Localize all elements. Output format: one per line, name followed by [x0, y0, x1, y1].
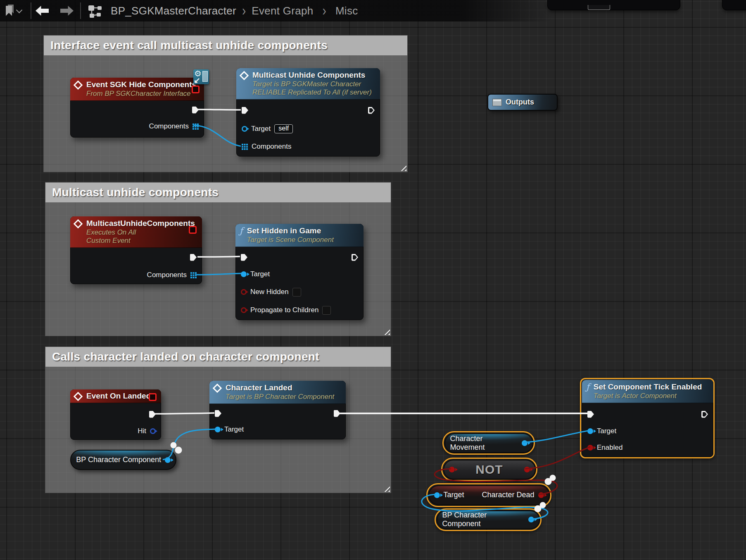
node-get-character-movement[interactable]: Character Movement	[444, 433, 533, 453]
output-pin[interactable]	[528, 517, 534, 522]
target-pin-row[interactable]: Target	[587, 427, 616, 436]
node-multicast-unhide-components-call[interactable]: Multicast Unhide Components Target is BP…	[236, 68, 380, 157]
components-array-pin[interactable]	[190, 272, 197, 278]
pin-label: Target	[597, 427, 616, 435]
node-get-bp-character-component-2[interactable]: BP Character Component	[437, 510, 540, 529]
node-get-bp-character-component[interactable]: BP Character Component	[70, 450, 176, 470]
breadcrumb-misc[interactable]: Misc	[335, 5, 358, 17]
components-array-pin[interactable]	[192, 123, 199, 130]
input-pin[interactable]	[449, 467, 455, 472]
new-hidden-pin-row[interactable]: New Hidden	[241, 287, 301, 297]
comment-title-bar[interactable]: Multicast unhide components	[45, 183, 391, 202]
target-pin[interactable]	[241, 271, 247, 277]
node-header[interactable]: Character Landed Target is BP Character …	[209, 381, 346, 404]
exec-in-pin[interactable]	[241, 254, 247, 261]
selected-node-wrapper[interactable]: Target Character Dead	[426, 483, 551, 507]
target-pin-row[interactable]: Target self	[242, 124, 293, 133]
output-pin[interactable]	[538, 492, 544, 498]
comment-title: Multicast unhide components	[52, 186, 219, 199]
exec-out-pin[interactable]	[334, 410, 340, 417]
exec-out-pin-row[interactable]	[192, 105, 199, 114]
propagate-pin-row[interactable]: Propagate to Children	[241, 306, 331, 315]
new-hidden-pin[interactable]	[241, 289, 247, 295]
exec-out-pin[interactable]	[190, 254, 197, 261]
exec-out-pin[interactable]	[368, 107, 375, 114]
comment-resize-handle[interactable]	[383, 329, 390, 335]
node-multicast-unhide-components-event[interactable]: MulticastUnhideComponents Executes On Al…	[70, 216, 202, 284]
exec-out-pin[interactable]	[149, 411, 156, 418]
exec-out-pin[interactable]	[701, 411, 708, 418]
components-out-pin-row[interactable]: Components	[149, 122, 199, 131]
selected-node-wrapper[interactable]: BP Character Component	[435, 508, 542, 531]
hit-pin[interactable]	[150, 428, 156, 434]
pin-label: Propagate to Children	[250, 306, 318, 314]
target-pin[interactable]	[242, 126, 247, 132]
propagate-checkbox[interactable]	[322, 306, 331, 315]
enabled-pin[interactable]	[587, 445, 593, 451]
exec-in-pin[interactable]	[215, 410, 221, 417]
back-button[interactable]	[36, 0, 49, 21]
node-character-dead[interactable]: Target Character Dead	[428, 485, 550, 505]
node-header[interactable]: Event On Landed	[70, 389, 161, 403]
enabled-pin-row[interactable]: Enabled	[587, 443, 622, 452]
bookmarks-button[interactable]	[6, 0, 21, 21]
output-pin[interactable]	[165, 457, 171, 463]
exec-in-pin[interactable]	[587, 411, 594, 418]
breadcrumb-separator-icon: ›	[314, 2, 335, 19]
new-hidden-checkbox[interactable]	[292, 288, 301, 297]
target-pin[interactable]	[215, 427, 221, 432]
target-pin[interactable]	[587, 428, 593, 434]
target-pin[interactable]	[434, 492, 440, 498]
variable-label: BP Character Component	[76, 456, 161, 464]
exec-in-pin-row[interactable]	[241, 253, 247, 262]
target-pin-row[interactable]: Target	[215, 425, 244, 434]
node-set-component-tick-enabled[interactable]: ƒ Set Component Tick Enabled Target is A…	[582, 380, 713, 457]
exec-out-pin-row[interactable]	[701, 410, 708, 419]
exec-out-pin-row[interactable]	[149, 410, 156, 419]
exec-in-pin-row[interactable]	[215, 409, 221, 418]
node-character-landed[interactable]: Character Landed Target is BP Character …	[209, 381, 346, 439]
exec-in-pin-row[interactable]	[587, 410, 594, 419]
output-pin[interactable]	[522, 440, 527, 446]
hit-pin-row[interactable]: Hit	[138, 427, 156, 436]
node-title: Set Hidden in Game	[247, 226, 334, 236]
selected-node-wrapper[interactable]: ƒ Set Component Tick Enabled Target is A…	[580, 378, 715, 458]
propagate-pin[interactable]	[241, 307, 247, 313]
node-outputs-collapsed[interactable]: Outputs	[487, 94, 558, 111]
node-header[interactable]: Multicast Unhide Components Target is BP…	[236, 68, 380, 100]
comment-resize-handle[interactable]	[399, 165, 406, 171]
event-diamond-icon	[74, 81, 83, 90]
comment-resize-handle[interactable]	[383, 486, 390, 492]
node-header[interactable]: MulticastUnhideComponents Executes On Al…	[70, 216, 202, 248]
output-pin[interactable]	[524, 467, 530, 472]
node-header[interactable]: ƒ Set Component Tick Enabled Target is A…	[582, 380, 713, 403]
breadcrumb-blueprint[interactable]: BP_SGKMasterCharacter	[111, 5, 236, 17]
target-pin-row[interactable]: Target	[241, 270, 270, 279]
node-event-on-landed[interactable]: Event On Landed Hit	[70, 389, 161, 440]
breadcrumb-event-graph[interactable]: Event Graph	[252, 5, 313, 17]
selected-node-wrapper[interactable]: NOT	[441, 458, 537, 481]
node-header[interactable]: Event SGK Hide Components From BP SGKCha…	[70, 78, 204, 101]
node-header[interactable]: ƒ Set Hidden in Game Target is Scene Com…	[235, 224, 363, 247]
comment-title-bar[interactable]: Interface event call multicast unhide co…	[44, 36, 407, 55]
exec-out-pin-row[interactable]	[190, 253, 197, 262]
exec-out-pin[interactable]	[192, 107, 199, 114]
selected-node-wrapper[interactable]: Character Movement	[442, 431, 535, 455]
components-in-pin-row[interactable]: Components	[242, 142, 291, 151]
exec-out-pin-row[interactable]	[334, 409, 340, 418]
blueprint-event-graph-canvas[interactable]: Interface event call multicast unhide co…	[0, 0, 746, 560]
interface-implemented-icon: ⚙ ↙	[193, 69, 209, 84]
forward-button[interactable]	[60, 0, 74, 21]
exec-out-pin-row[interactable]	[352, 253, 358, 262]
node-set-hidden-in-game[interactable]: ƒ Set Hidden in Game Target is Scene Com…	[235, 224, 363, 320]
node-event-sgk-hide-components[interactable]: Event SGK Hide Components From BP SGKCha…	[70, 78, 204, 138]
components-out-pin-row[interactable]: Components	[147, 271, 197, 280]
exec-out-pin-row[interactable]	[368, 106, 375, 115]
exec-in-pin[interactable]	[242, 107, 248, 114]
self-value-box[interactable]: self	[274, 124, 293, 133]
node-not-boolean[interactable]: NOT	[443, 460, 536, 479]
components-array-pin[interactable]	[242, 144, 248, 150]
comment-title-bar[interactable]: Calls character landed on character comp…	[45, 347, 391, 367]
exec-in-pin-row[interactable]	[242, 106, 248, 115]
exec-out-pin[interactable]	[352, 254, 358, 261]
